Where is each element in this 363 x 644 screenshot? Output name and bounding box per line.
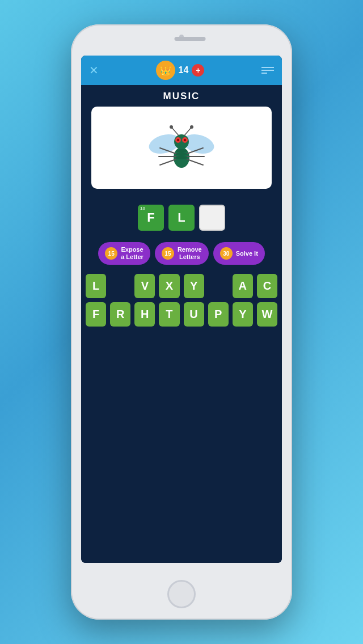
crown-icon: 👑 — [160, 65, 171, 76]
key-T[interactable]: T — [159, 302, 179, 327]
key-X[interactable]: X — [159, 274, 179, 298]
tile-cost-0: 10 — [140, 206, 145, 211]
answer-tile-1[interactable]: L — [168, 205, 195, 231]
category-bar: MUSIC — [81, 85, 282, 107]
key-Y2[interactable]: Y — [233, 302, 253, 327]
fly-illustration — [147, 117, 216, 179]
solve-cost: 30 — [220, 247, 233, 260]
key-V[interactable]: V — [134, 274, 155, 298]
phone-frame: ✕ 👑 14 + MUSIC — [71, 24, 292, 620]
powerups-area: 15 Exposea Letter 15 RemoveLetters 30 So… — [81, 239, 282, 270]
solve-it-button[interactable]: 30 Solve It — [213, 242, 265, 265]
image-area — [81, 107, 282, 197]
expose-letter-button[interactable]: 15 Exposea Letter — [98, 242, 150, 265]
answer-tile-2[interactable] — [199, 205, 225, 231]
key-L[interactable]: L — [86, 274, 106, 298]
svg-point-4 — [176, 152, 187, 156]
key-A[interactable]: A — [233, 274, 253, 298]
svg-point-9 — [177, 139, 179, 141]
keyboard-area: L V X Y A C F R H T U P Y W — [81, 270, 282, 563]
coin-count: 14 — [179, 65, 189, 75]
key-H[interactable]: H — [134, 302, 155, 327]
menu-line-2 — [261, 70, 274, 71]
remove-cost: 15 — [162, 247, 174, 260]
remove-label: RemoveLetters — [178, 246, 202, 261]
tile-letter-0: F — [147, 210, 154, 225]
game-header: ✕ 👑 14 + — [81, 56, 282, 85]
svg-point-5 — [176, 149, 187, 152]
menu-button[interactable] — [261, 67, 274, 74]
phone-screen: ✕ 👑 14 + MUSIC — [81, 56, 282, 563]
home-button[interactable] — [167, 580, 196, 608]
menu-line-1 — [261, 67, 274, 68]
answer-tile-0[interactable]: 10 F — [138, 205, 164, 231]
expose-cost: 15 — [105, 247, 117, 260]
add-coins-button[interactable]: + — [192, 64, 204, 77]
category-title: MUSIC — [163, 91, 200, 101]
svg-point-10 — [184, 139, 186, 141]
key-R[interactable]: R — [110, 302, 130, 327]
svg-point-19 — [170, 125, 173, 129]
key-Y1[interactable]: Y — [184, 274, 204, 298]
tile-letter-1: L — [178, 210, 185, 225]
key-W[interactable]: W — [257, 302, 277, 327]
crown-badge: 👑 — [156, 61, 175, 80]
close-button[interactable]: ✕ — [89, 63, 99, 77]
key-U[interactable]: U — [184, 302, 204, 327]
menu-line-3 — [261, 73, 267, 74]
answer-area: 10 F L — [81, 197, 282, 239]
svg-line-13 — [160, 159, 176, 165]
key-row-1: L V X Y A C — [86, 274, 277, 298]
score-area: 👑 14 + — [156, 61, 205, 80]
key-F[interactable]: F — [86, 302, 106, 327]
key-C[interactable]: C — [257, 274, 277, 298]
solve-label: Solve It — [236, 250, 258, 257]
key-row-2: F R H T U P Y W — [86, 302, 277, 327]
puzzle-image — [91, 107, 272, 189]
svg-point-20 — [190, 125, 193, 129]
phone-speaker — [175, 37, 206, 41]
remove-letters-button[interactable]: 15 RemoveLetters — [155, 242, 209, 265]
plus-icon: + — [196, 66, 200, 75]
key-P[interactable]: P — [208, 302, 229, 327]
svg-point-3 — [176, 156, 187, 159]
svg-line-16 — [187, 159, 203, 165]
expose-label: Exposea Letter — [121, 246, 143, 261]
